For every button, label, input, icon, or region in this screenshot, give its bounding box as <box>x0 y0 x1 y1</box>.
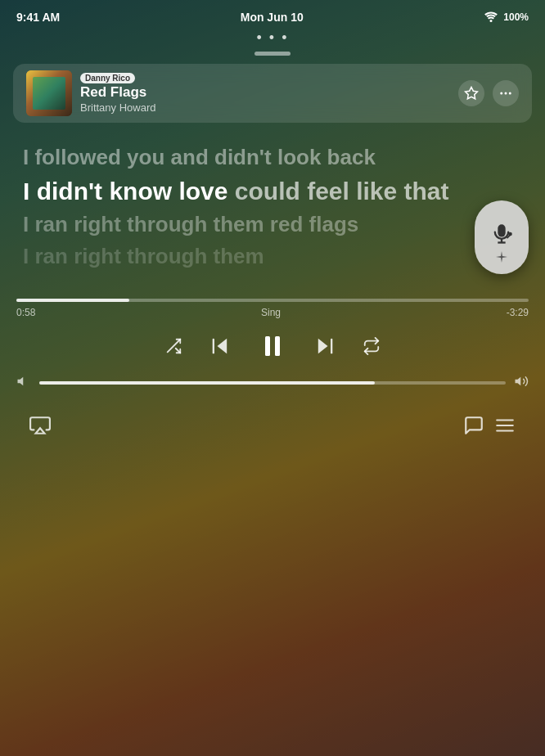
song-title: Red Flags <box>80 84 155 101</box>
sparkle-icon <box>496 251 507 263</box>
queue-button[interactable] <box>489 410 520 441</box>
status-bar: 9:41 AM Mon Jun 10 100% <box>0 0 545 29</box>
progress-remaining: -3:29 <box>507 307 529 318</box>
progress-times: 0:58 Sing -3:29 <box>16 307 529 318</box>
bottom-toolbar <box>0 402 545 457</box>
lyric-current: I didn't know love could feel like that <box>23 176 522 207</box>
progress-track[interactable] <box>16 299 529 302</box>
svg-marker-18 <box>516 377 521 386</box>
drag-handle <box>254 52 291 56</box>
status-right: 100% <box>484 11 529 25</box>
dots-icon: • • • <box>257 29 289 47</box>
mic-icon <box>490 223 513 251</box>
card-left: Danny Rico Red Flags Brittany Howard <box>26 70 155 116</box>
pause-button[interactable] <box>258 331 287 361</box>
svg-marker-1 <box>466 88 478 99</box>
album-art <box>26 70 72 116</box>
svg-rect-13 <box>265 336 270 356</box>
progress-label: Sing <box>261 307 281 318</box>
lyric-highlight: I didn't know love <box>23 178 235 205</box>
svg-marker-19 <box>36 428 45 434</box>
more-button[interactable] <box>493 80 519 106</box>
battery-indicator: 100% <box>503 11 529 23</box>
lyric-future-1: I ran right through them red flags <box>23 211 522 238</box>
song-user: Danny Rico <box>80 73 155 83</box>
album-art-detail <box>33 77 65 110</box>
svg-marker-11 <box>218 339 227 354</box>
volume-area[interactable] <box>0 371 545 402</box>
volume-fill <box>39 381 375 385</box>
volume-track[interactable] <box>39 381 506 385</box>
prev-button[interactable] <box>209 335 232 358</box>
airplay-button[interactable] <box>25 410 56 441</box>
lyric-past-1: I followed you and didn't look back <box>23 144 522 171</box>
lyrics-button[interactable] <box>458 410 489 441</box>
playback-controls <box>0 318 545 371</box>
lyric-future-2: I ran right through them <box>23 243 522 270</box>
card-actions <box>458 80 519 106</box>
volume-low-icon <box>16 374 31 392</box>
mic-button[interactable] <box>475 200 529 274</box>
top-dots-menu[interactable]: • • • <box>0 29 545 47</box>
user-badge: Danny Rico <box>80 73 135 83</box>
status-time: 9:41 AM <box>16 11 60 24</box>
svg-marker-15 <box>318 339 328 354</box>
song-info: Danny Rico Red Flags Brittany Howard <box>80 73 155 114</box>
volume-high-icon <box>514 374 529 392</box>
repeat-button[interactable] <box>363 337 381 355</box>
lyrics-area: I followed you and didn't look back I di… <box>0 136 545 274</box>
svg-point-3 <box>505 92 507 95</box>
progress-area[interactable]: 0:58 Sing -3:29 <box>0 299 545 318</box>
svg-rect-5 <box>498 224 505 236</box>
next-button[interactable] <box>313 335 336 358</box>
svg-point-2 <box>500 92 502 95</box>
handle-bar <box>0 52 545 56</box>
progress-fill <box>16 299 129 302</box>
progress-current: 0:58 <box>16 307 35 318</box>
svg-rect-14 <box>275 336 280 356</box>
star-button[interactable] <box>458 80 484 106</box>
now-playing-card: Danny Rico Red Flags Brittany Howard <box>13 64 532 123</box>
shuffle-button[interactable] <box>164 337 182 355</box>
song-artist: Brittany Howard <box>80 101 155 114</box>
lyric-unhighlight: could feel like that <box>235 178 449 205</box>
svg-point-8 <box>508 232 512 236</box>
svg-point-0 <box>490 20 493 22</box>
wifi-icon <box>484 11 498 25</box>
svg-marker-17 <box>18 377 24 386</box>
svg-point-4 <box>509 92 511 95</box>
status-date: Mon Jun 10 <box>241 11 304 24</box>
lyrics-section: I followed you and didn't look back I di… <box>23 144 522 274</box>
